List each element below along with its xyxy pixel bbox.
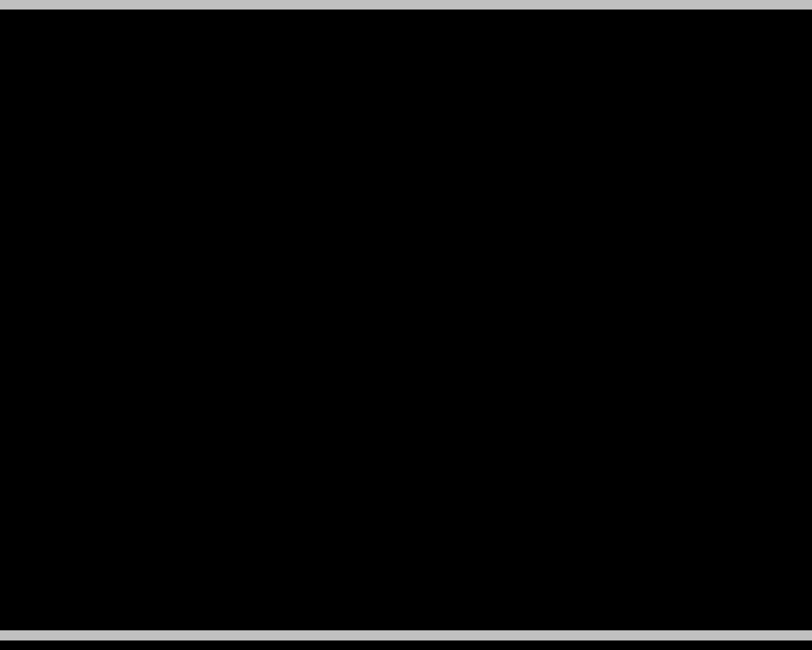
command-line[interactable] [0, 640, 812, 650]
bottom-statusbar [0, 630, 812, 640]
vim-screen [0, 0, 812, 650]
top-statusbar [0, 0, 812, 10]
bottom-pane[interactable] [0, 10, 812, 630]
